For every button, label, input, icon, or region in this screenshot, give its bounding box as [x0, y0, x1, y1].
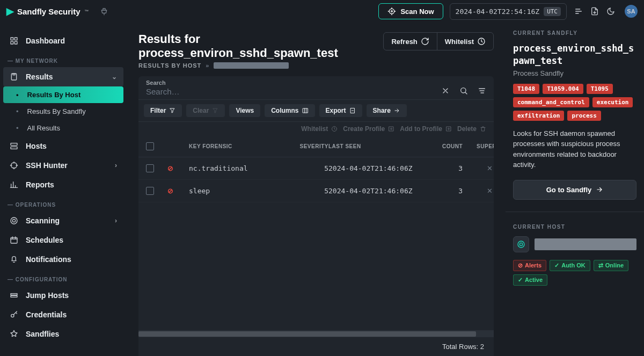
download-icon[interactable]: [590, 7, 599, 16]
scanning-icon: [10, 216, 19, 225]
search-icon[interactable]: [459, 86, 468, 95]
whitelist-button[interactable]: Whitelist: [437, 33, 493, 50]
svg-rect-2: [11, 38, 13, 40]
cell-count: 3: [425, 187, 463, 195]
clock-icon: [331, 126, 338, 132]
alert-icon: ⊘: [167, 164, 189, 172]
clear-filter-button[interactable]: Clear: [186, 104, 225, 117]
nav-dashboard[interactable]: Dashboard: [3, 31, 123, 50]
delete-button[interactable]: Delete: [457, 125, 486, 133]
col-severity[interactable]: SEVERITY: [286, 143, 328, 149]
cell-last-seen: 2024-04-02T21:46:06Z: [328, 164, 425, 172]
section-operations: OPERATIONS: [3, 194, 123, 211]
breadcrumb-separator-icon: »: [206, 62, 209, 69]
logo-mark-icon: ▶: [6, 5, 14, 17]
nav-notifications[interactable]: Notifications: [3, 250, 123, 269]
goto-sandfly-button[interactable]: Go to Sandfly: [513, 180, 636, 200]
topbar: ▶ Sandfly Security ™ Scan Now 2024-04-02…: [0, 0, 644, 23]
sidebar-item-all-results[interactable]: All Results: [3, 120, 123, 136]
views-button[interactable]: Views: [229, 104, 260, 117]
nav-jump-hosts[interactable]: Jump Hosts: [3, 286, 123, 305]
superseded-icon[interactable]: ✕: [463, 164, 494, 172]
refresh-icon: [421, 37, 429, 46]
nav-reports[interactable]: Reports: [3, 175, 123, 194]
clear-search-icon[interactable]: [441, 86, 450, 95]
nav-results[interactable]: Results ⌄: [3, 67, 123, 86]
svg-rect-14: [11, 296, 17, 297]
export-button[interactable]: Export: [319, 104, 362, 117]
hosts-icon: [10, 142, 19, 150]
filter-button[interactable]: Filter: [144, 104, 182, 117]
nav-hosts[interactable]: Hosts: [3, 136, 123, 156]
timezone-badge: UTC: [544, 7, 561, 16]
svg-point-1: [391, 11, 393, 12]
badge-alerts[interactable]: ⊘Alerts: [513, 260, 546, 271]
svg-rect-6: [11, 74, 16, 80]
scan-now-button[interactable]: Scan Now: [378, 3, 443, 19]
nav-scanning[interactable]: Scanning ›: [3, 211, 123, 230]
breadcrumb-root[interactable]: RESULTS BY HOST: [138, 62, 201, 69]
svg-point-23: [518, 241, 524, 248]
sidebar-item-results-by-sandfly[interactable]: Results By Sandfly: [3, 103, 123, 120]
avatar[interactable]: SA: [625, 5, 638, 18]
create-icon: [388, 126, 394, 132]
tag[interactable]: T1048: [513, 84, 539, 94]
reports-icon: [10, 180, 19, 189]
row-checkbox[interactable]: [146, 164, 154, 172]
nav-credentials[interactable]: Credentials: [3, 305, 123, 324]
queue-icon[interactable]: [574, 7, 583, 16]
badge-online[interactable]: ⇄Online: [594, 260, 628, 271]
add-to-profile-button[interactable]: Add to Profile: [400, 125, 452, 133]
tag[interactable]: T1095: [587, 84, 613, 94]
advanced-search-icon[interactable]: [478, 86, 486, 95]
sandfly-subtitle: Process Sandfly: [513, 69, 636, 77]
svg-rect-13: [11, 294, 17, 295]
table-row[interactable]: ⊘ nc.traditional 5 2024-04-02T21:46:06Z …: [138, 157, 494, 180]
svg-rect-7: [11, 143, 17, 146]
timestamp-value: 2024-04-02T22:54:16Z: [456, 8, 540, 16]
tag[interactable]: command_and_control: [513, 97, 589, 107]
table-row[interactable]: ⊘ sleep 5 2024-04-02T21:46:06Z 3 ✕: [138, 180, 494, 202]
col-count[interactable]: COUNT: [425, 143, 463, 149]
search-input[interactable]: [146, 86, 441, 97]
refresh-button[interactable]: Refresh: [384, 33, 436, 50]
host-name-redacted: [535, 238, 636, 250]
badge-active[interactable]: ✓Active: [513, 274, 547, 286]
tag[interactable]: exfiltration: [513, 111, 564, 121]
export-icon: [349, 107, 356, 114]
pin-icon[interactable]: [100, 7, 108, 16]
select-all-checkbox[interactable]: [146, 142, 154, 150]
col-key-forensic[interactable]: KEY FORENSIC: [189, 143, 286, 149]
create-profile-button[interactable]: Create Profile: [343, 125, 394, 133]
page-title: Results for process_environ_sshd_spawn_t…: [138, 32, 383, 60]
row-whitelist-button[interactable]: Whitelist: [301, 125, 338, 133]
sidebar-item-results-by-host[interactable]: Results By Host: [3, 86, 123, 103]
key-icon: [10, 310, 19, 319]
scan-now-label: Scan Now: [400, 8, 434, 16]
superseded-icon[interactable]: ✕: [463, 187, 494, 195]
cell-key-forensic: nc.traditional: [189, 164, 286, 172]
section-current-host: CURRENT HOST: [513, 224, 636, 230]
sandflies-icon: [10, 330, 19, 338]
tag-list: T1048 T1059.004 T1095 command_and_contro…: [513, 84, 636, 121]
nav-ssh-hunter[interactable]: SSH Hunter ›: [3, 156, 123, 175]
timestamp-display[interactable]: 2024-04-02T22:54:16Z UTC: [450, 3, 567, 20]
tag[interactable]: T1059.004: [543, 84, 583, 94]
row-checkbox[interactable]: [146, 187, 154, 195]
theme-icon[interactable]: [606, 7, 615, 16]
clock-icon: [477, 37, 486, 46]
columns-button[interactable]: Columns: [265, 104, 314, 117]
nav-sandflies[interactable]: Sandflies: [3, 324, 123, 344]
tag[interactable]: execution: [592, 97, 633, 107]
horizontal-scrollbar[interactable]: [138, 330, 494, 337]
nav-schedules[interactable]: Schedules: [3, 230, 123, 250]
badge-auth-ok[interactable]: ✓Auth OK: [550, 260, 590, 271]
brand-logo[interactable]: ▶ Sandfly Security ™: [6, 5, 89, 17]
col-last-seen[interactable]: LAST SEEN: [328, 143, 425, 149]
tag[interactable]: process: [567, 111, 601, 121]
share-button[interactable]: Share: [367, 104, 407, 117]
signal-icon: ⇄: [598, 262, 603, 269]
col-superseded[interactable]: SUPERSEDED: [463, 143, 494, 149]
alert-badge-icon: ⊘: [518, 262, 523, 269]
chevron-right-icon: ›: [115, 217, 117, 224]
